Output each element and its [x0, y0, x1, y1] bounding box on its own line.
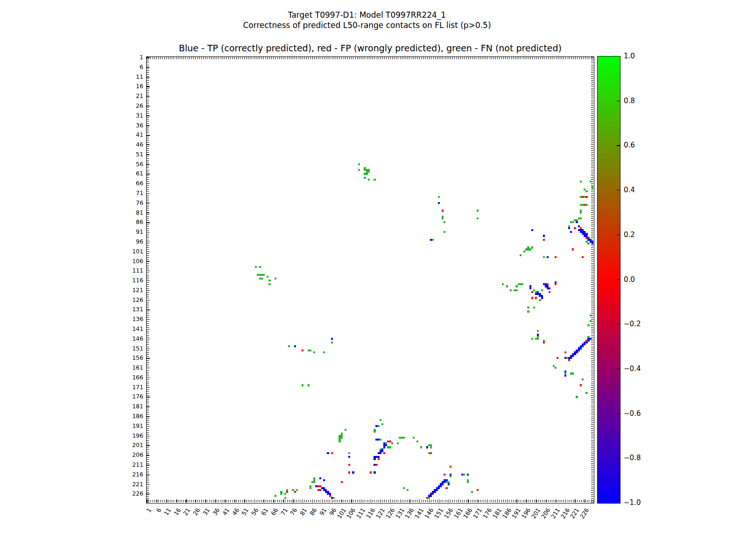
y-tick-label: 111: [123, 267, 143, 274]
y-tick-label: 71: [123, 190, 143, 196]
contact-dot: [380, 419, 381, 421]
contact-dot: [510, 289, 512, 291]
x-major-tick: [371, 499, 371, 503]
contact-dot: [543, 340, 545, 342]
contact-dot: [434, 491, 436, 493]
contact-dot: [592, 186, 593, 188]
contact-dot: [463, 474, 465, 476]
contact-dot: [580, 181, 582, 182]
contact-dot: [432, 239, 434, 241]
colorbar-tick: [617, 101, 620, 101]
contact-dot: [547, 256, 549, 258]
contact-dot: [268, 280, 270, 281]
y-major-tick: [147, 300, 150, 301]
contact-dot: [515, 285, 517, 287]
y-tick-label: 1: [123, 54, 143, 61]
contact-dot: [319, 485, 321, 487]
y-tick-label: 96: [123, 238, 143, 245]
figure-suptitle-line2: Correctness of predicted L50-range conta…: [0, 21, 734, 30]
contact-dot: [397, 442, 399, 444]
y-major-tick: [147, 252, 150, 252]
contact-dot: [430, 495, 432, 497]
contact-dot: [436, 489, 438, 491]
contact-dot: [531, 291, 533, 293]
contact-dot: [541, 297, 543, 299]
colorbar-tick-label: 0.6: [624, 141, 635, 149]
contact-dot: [416, 441, 418, 442]
x-major-tick: [235, 499, 235, 503]
contact-dot: [574, 353, 576, 355]
y-major-tick: [147, 436, 150, 436]
y-major-tick: [147, 378, 150, 378]
y-tick-label: 16: [123, 83, 143, 90]
y-major-tick: [147, 358, 150, 358]
y-tick-label: 56: [123, 161, 143, 168]
contact-dot: [374, 179, 375, 181]
contact-dot: [348, 471, 350, 473]
contact-dot: [381, 423, 383, 425]
y-major-tick: [147, 445, 150, 446]
contact-dot: [378, 425, 380, 427]
contact-dot: [284, 493, 286, 495]
contact-dot: [587, 324, 589, 326]
y-major-tick: [147, 484, 150, 485]
y-major-tick: [147, 416, 150, 417]
contact-dot: [578, 350, 580, 351]
colorbar-tick-label: 0.8: [624, 97, 635, 105]
contact-dot: [341, 481, 343, 483]
right-axis-ticks: [591, 57, 593, 503]
x-major-tick: [157, 499, 157, 503]
contact-dot: [448, 481, 450, 483]
y-tick-label: 131: [123, 306, 143, 313]
y-major-tick: [147, 164, 150, 165]
contact-dot: [585, 204, 587, 206]
y-tick-label: 126: [123, 297, 143, 303]
y-major-tick: [147, 475, 150, 475]
x-major-tick: [507, 499, 507, 503]
contact-dot: [302, 350, 303, 351]
x-major-tick: [351, 499, 352, 503]
contact-dot: [368, 171, 370, 173]
figure-suptitle-line1: Target T0997-D1: Model T0997RR224_1: [0, 10, 734, 20]
contact-dot: [576, 396, 578, 398]
contact-dot: [407, 489, 409, 491]
y-major-tick: [147, 494, 150, 494]
x-major-tick: [312, 499, 313, 503]
contact-dot: [370, 471, 372, 473]
contact-dot: [333, 497, 335, 499]
x-major-tick: [419, 499, 420, 503]
contact-dot: [590, 320, 592, 322]
y-major-tick: [147, 116, 150, 116]
y-major-tick: [147, 96, 150, 97]
y-tick-label: 161: [123, 364, 143, 371]
contact-dot: [557, 357, 558, 359]
x-major-tick: [468, 499, 468, 503]
y-major-tick: [147, 193, 150, 194]
y-major-tick: [147, 271, 150, 271]
contact-dot: [537, 338, 539, 340]
contact-dot: [535, 338, 537, 340]
contact-dot: [286, 491, 288, 493]
colorbar-tick-label: 1.0: [624, 52, 635, 60]
contact-dot: [259, 266, 261, 268]
contact-dot: [576, 221, 578, 223]
contact-dot: [323, 479, 325, 481]
contact-dot: [580, 212, 582, 214]
contact-dot: [533, 307, 535, 308]
contact-dot: [319, 477, 321, 479]
y-major-tick: [147, 154, 150, 155]
y-major-tick: [147, 242, 150, 242]
contact-dot: [438, 202, 440, 204]
contact-dot: [543, 239, 545, 241]
contact-dot: [543, 235, 545, 237]
y-major-tick: [147, 77, 150, 77]
y-tick-label: 146: [123, 336, 143, 342]
x-major-tick: [244, 499, 245, 503]
y-major-tick: [147, 135, 150, 135]
x-major-tick: [585, 499, 585, 503]
contact-dot: [389, 446, 391, 448]
colorbar-tick: [617, 324, 620, 324]
contact-dot: [438, 196, 440, 198]
contact-dot: [521, 283, 523, 285]
x-major-tick: [565, 499, 566, 503]
